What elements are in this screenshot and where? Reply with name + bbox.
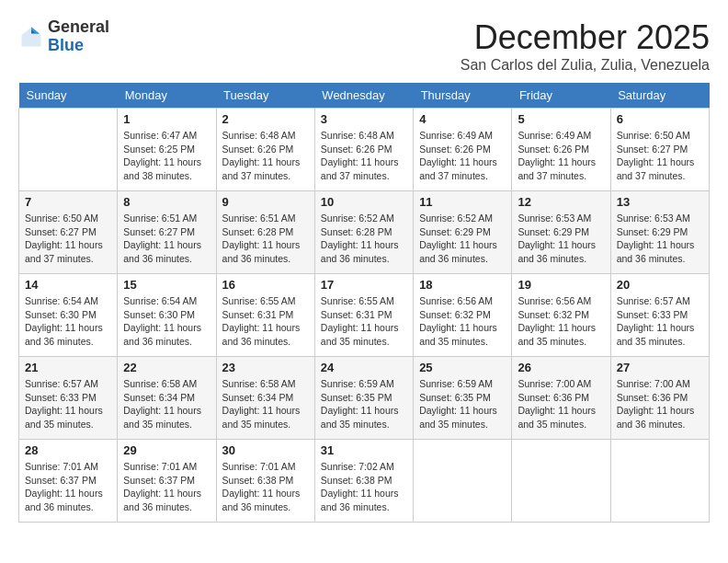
sunrise-text: Sunrise: 6:57 AM <box>617 295 690 306</box>
sunset-text: Sunset: 6:35 PM <box>419 392 491 403</box>
daylight-text: Daylight: 11 hours and 36 minutes. <box>25 488 103 512</box>
daylight-text: Daylight: 11 hours and 35 minutes. <box>419 405 497 430</box>
day-info: Sunrise: 6:56 AM Sunset: 6:32 PM Dayligh… <box>419 294 506 349</box>
day-info: Sunrise: 6:47 AM Sunset: 6:25 PM Dayligh… <box>123 129 210 183</box>
sunrise-text: Sunrise: 6:50 AM <box>25 213 98 224</box>
calendar-cell: 4 Sunrise: 6:49 AM Sunset: 6:26 PM Dayli… <box>414 109 512 191</box>
calendar-cell: 31 Sunrise: 7:02 AM Sunset: 6:38 PM Dayl… <box>314 440 413 523</box>
day-info: Sunrise: 6:52 AM Sunset: 6:28 PM Dayligh… <box>321 212 407 266</box>
daylight-text: Daylight: 11 hours and 36 minutes. <box>617 405 695 430</box>
sunset-text: Sunset: 6:35 PM <box>321 392 392 403</box>
sunrise-text: Sunrise: 6:52 AM <box>419 213 493 224</box>
daylight-text: Daylight: 11 hours and 38 minutes. <box>123 156 201 181</box>
calendar-cell: 7 Sunrise: 6:50 AM Sunset: 6:27 PM Dayli… <box>19 191 118 274</box>
sunset-text: Sunset: 6:27 PM <box>25 226 97 237</box>
sunrise-text: Sunrise: 7:01 AM <box>222 461 296 472</box>
day-number: 30 <box>222 443 309 457</box>
day-number: 7 <box>25 195 111 209</box>
daylight-text: Daylight: 11 hours and 35 minutes. <box>25 405 103 430</box>
sunset-text: Sunset: 6:30 PM <box>25 309 97 320</box>
calendar-cell: 16 Sunrise: 6:55 AM Sunset: 6:31 PM Dayl… <box>216 274 314 357</box>
day-number: 13 <box>617 195 703 209</box>
weekday-header-saturday: Saturday <box>610 83 709 109</box>
day-info: Sunrise: 7:01 AM Sunset: 6:38 PM Dayligh… <box>222 460 309 514</box>
sunrise-text: Sunrise: 6:56 AM <box>419 295 493 306</box>
sunset-text: Sunset: 6:37 PM <box>123 475 195 486</box>
daylight-text: Daylight: 11 hours and 37 minutes. <box>321 156 399 181</box>
day-number: 14 <box>25 278 111 292</box>
sunrise-text: Sunrise: 7:01 AM <box>123 461 197 472</box>
calendar-cell: 11 Sunrise: 6:52 AM Sunset: 6:29 PM Dayl… <box>414 191 512 274</box>
calendar-cell: 29 Sunrise: 7:01 AM Sunset: 6:37 PM Dayl… <box>118 440 216 523</box>
weekday-header-row: SundayMondayTuesdayWednesdayThursdayFrid… <box>19 83 710 109</box>
sunset-text: Sunset: 6:34 PM <box>123 392 195 403</box>
day-number: 9 <box>222 195 309 209</box>
sunset-text: Sunset: 6:27 PM <box>617 144 688 155</box>
daylight-text: Daylight: 11 hours and 36 minutes. <box>123 239 201 264</box>
daylight-text: Daylight: 11 hours and 35 minutes. <box>123 405 201 430</box>
sunset-text: Sunset: 6:28 PM <box>321 226 392 237</box>
day-info: Sunrise: 7:02 AM Sunset: 6:38 PM Dayligh… <box>321 460 407 514</box>
calendar-cell: 1 Sunrise: 6:47 AM Sunset: 6:25 PM Dayli… <box>118 109 216 191</box>
calendar-cell: 3 Sunrise: 6:48 AM Sunset: 6:26 PM Dayli… <box>314 109 413 191</box>
sunset-text: Sunset: 6:33 PM <box>25 392 97 403</box>
calendar-cell: 6 Sunrise: 6:50 AM Sunset: 6:27 PM Dayli… <box>610 109 709 191</box>
month-title: December 2025 <box>461 18 710 57</box>
calendar-table: SundayMondayTuesdayWednesdayThursdayFrid… <box>18 83 710 523</box>
sunrise-text: Sunrise: 6:58 AM <box>123 378 197 389</box>
calendar-cell: 8 Sunrise: 6:51 AM Sunset: 6:27 PM Dayli… <box>118 191 216 274</box>
day-number: 6 <box>617 112 703 126</box>
day-info: Sunrise: 6:55 AM Sunset: 6:31 PM Dayligh… <box>321 294 407 349</box>
weekday-header-wednesday: Wednesday <box>314 83 413 109</box>
day-info: Sunrise: 6:51 AM Sunset: 6:28 PM Dayligh… <box>222 212 309 266</box>
weekday-header-friday: Friday <box>512 83 610 109</box>
sunrise-text: Sunrise: 6:53 AM <box>518 213 591 224</box>
calendar-cell: 22 Sunrise: 6:58 AM Sunset: 6:34 PM Dayl… <box>118 357 216 440</box>
sunset-text: Sunset: 6:26 PM <box>419 144 491 155</box>
weekday-header-monday: Monday <box>118 83 216 109</box>
sunset-text: Sunset: 6:38 PM <box>321 475 392 486</box>
sunrise-text: Sunrise: 6:51 AM <box>123 213 197 224</box>
day-number: 19 <box>518 278 604 292</box>
day-info: Sunrise: 6:57 AM Sunset: 6:33 PM Dayligh… <box>25 377 111 431</box>
daylight-text: Daylight: 11 hours and 36 minutes. <box>123 322 201 347</box>
daylight-text: Daylight: 11 hours and 36 minutes. <box>222 239 301 264</box>
calendar-cell: 15 Sunrise: 6:54 AM Sunset: 6:30 PM Dayl… <box>118 274 216 357</box>
day-number: 28 <box>25 443 111 457</box>
sunset-text: Sunset: 6:29 PM <box>617 226 688 237</box>
sunset-text: Sunset: 6:28 PM <box>222 226 294 237</box>
sunset-text: Sunset: 6:25 PM <box>123 144 195 155</box>
sunset-text: Sunset: 6:30 PM <box>123 309 195 320</box>
location-text: San Carlos del Zulia, Zulia, Venezuela <box>461 57 710 74</box>
day-info: Sunrise: 7:00 AM Sunset: 6:36 PM Dayligh… <box>518 377 604 431</box>
day-number: 27 <box>617 361 703 374</box>
sunrise-text: Sunrise: 7:02 AM <box>321 461 394 472</box>
logo: General Blue <box>18 18 109 55</box>
day-number: 11 <box>419 195 506 209</box>
sunset-text: Sunset: 6:26 PM <box>518 144 589 155</box>
daylight-text: Daylight: 11 hours and 37 minutes. <box>222 156 301 181</box>
day-info: Sunrise: 7:00 AM Sunset: 6:36 PM Dayligh… <box>617 377 703 431</box>
sunrise-text: Sunrise: 6:58 AM <box>222 378 296 389</box>
day-number: 15 <box>123 278 210 292</box>
sunset-text: Sunset: 6:32 PM <box>419 309 491 320</box>
sunset-text: Sunset: 6:32 PM <box>518 309 589 320</box>
day-info: Sunrise: 6:51 AM Sunset: 6:27 PM Dayligh… <box>123 212 210 266</box>
daylight-text: Daylight: 11 hours and 35 minutes. <box>518 405 596 430</box>
sunrise-text: Sunrise: 6:51 AM <box>222 213 296 224</box>
calendar-cell: 23 Sunrise: 6:58 AM Sunset: 6:34 PM Dayl… <box>216 357 314 440</box>
calendar-cell <box>610 440 709 523</box>
sunset-text: Sunset: 6:31 PM <box>222 309 294 320</box>
sunrise-text: Sunrise: 6:54 AM <box>25 295 98 306</box>
page-header: General Blue December 2025 San Carlos de… <box>18 18 710 74</box>
day-number: 5 <box>518 112 604 126</box>
day-info: Sunrise: 6:53 AM Sunset: 6:29 PM Dayligh… <box>518 212 604 266</box>
day-number: 18 <box>419 278 506 292</box>
sunset-text: Sunset: 6:26 PM <box>321 144 392 155</box>
daylight-text: Daylight: 11 hours and 36 minutes. <box>222 322 301 347</box>
day-info: Sunrise: 6:50 AM Sunset: 6:27 PM Dayligh… <box>25 212 111 266</box>
day-info: Sunrise: 6:48 AM Sunset: 6:26 PM Dayligh… <box>222 129 309 183</box>
day-number: 8 <box>123 195 210 209</box>
sunrise-text: Sunrise: 6:50 AM <box>617 130 690 141</box>
logo-blue-text: Blue <box>48 36 84 54</box>
